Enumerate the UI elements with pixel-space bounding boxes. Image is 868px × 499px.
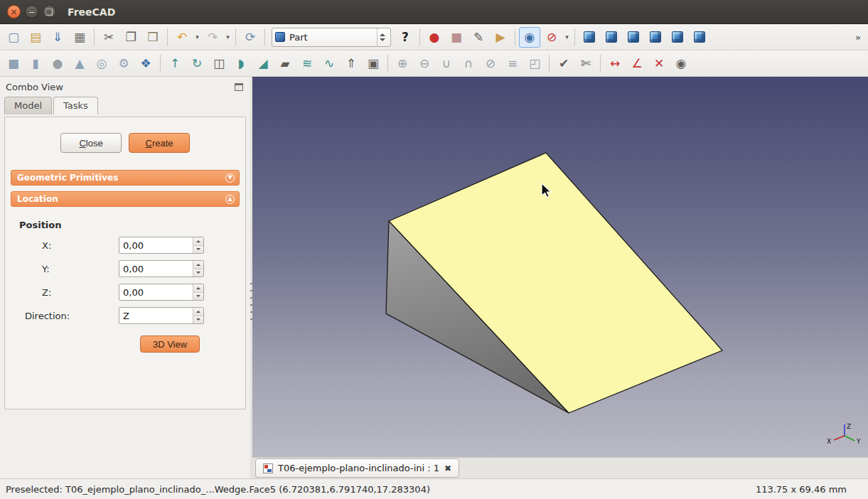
undo-icon[interactable]: ↶ xyxy=(171,27,193,48)
macro-record-icon[interactable]: ● xyxy=(424,27,445,48)
arrow-down-icon xyxy=(196,295,200,297)
macro-stop-icon[interactable]: ■ xyxy=(446,27,467,48)
boolean-union-icon[interactable]: ∪ xyxy=(436,53,457,74)
3d-viewport[interactable]: Z Y X xyxy=(252,77,868,457)
front-view-icon[interactable] xyxy=(601,27,622,48)
boolean-common-icon[interactable]: ∩ xyxy=(458,53,479,74)
close-button[interactable]: Close xyxy=(60,133,122,153)
create-primitives-icon[interactable]: ⚙ xyxy=(113,53,134,74)
make-face-icon[interactable]: ▰ xyxy=(274,53,296,74)
chevron-down-circle-icon: ▼ xyxy=(225,173,235,183)
spin-input[interactable]: 0,00 xyxy=(119,237,204,254)
axonometric-view-icon[interactable] xyxy=(579,27,600,48)
spin-down-button[interactable] xyxy=(193,293,203,301)
cross-sections-icon[interactable]: ≡ xyxy=(502,53,523,74)
freecad-document-icon xyxy=(263,463,273,473)
toolbar-separator xyxy=(549,55,550,72)
section-icon[interactable]: ⊘ xyxy=(480,53,501,74)
macro-edit-icon[interactable]: ✎ xyxy=(468,27,489,48)
panel-float-button[interactable] xyxy=(235,83,243,91)
toolbar-overflow-button[interactable]: » xyxy=(851,32,865,43)
refresh-icon[interactable]: ⟳ xyxy=(240,27,261,48)
defeaturing-icon[interactable]: ✄ xyxy=(575,53,596,74)
box-icon[interactable]: ■ xyxy=(3,53,24,74)
spin-input[interactable]: 0,00 xyxy=(119,284,204,301)
shape-builder-icon[interactable]: ❖ xyxy=(135,53,156,74)
boolean-cut-icon[interactable]: ⊖ xyxy=(414,53,435,74)
spin-down-button[interactable] xyxy=(193,246,203,254)
minimize-window-button[interactable]: − xyxy=(25,5,38,18)
close-window-button[interactable]: × xyxy=(7,5,21,18)
section-location[interactable]: Location ▲ xyxy=(11,191,240,207)
redo-dropdown-caret[interactable]: ▾ xyxy=(224,27,232,48)
arrow-down-icon xyxy=(196,272,200,274)
mirror-icon[interactable]: ◫ xyxy=(208,53,230,74)
compound-icon[interactable]: ◰ xyxy=(524,53,545,74)
check-geometry-icon[interactable]: ✔ xyxy=(553,53,574,74)
spin-input[interactable]: 0,00 xyxy=(119,260,204,277)
sweep-icon[interactable]: ∿ xyxy=(318,53,340,74)
spin-value: 0,00 xyxy=(119,264,193,274)
bottom-view-icon[interactable] xyxy=(689,27,710,48)
workbench-selected-label: Part xyxy=(289,32,373,43)
section-geometric-primitives[interactable]: Geometric Primitives ▼ xyxy=(11,170,240,186)
workbench-selector[interactable]: Part xyxy=(272,28,391,47)
maximize-window-button[interactable]: ❑ xyxy=(43,5,56,18)
position-z-field: Z: 0,00 xyxy=(25,284,245,301)
save-icon[interactable]: ⇓ xyxy=(47,27,68,48)
axis-y-label: Y xyxy=(856,438,861,445)
fillet-icon[interactable]: ◗ xyxy=(230,53,252,74)
create-button[interactable]: Create xyxy=(129,133,190,153)
toolbar-separator xyxy=(235,28,236,45)
window-title: FreeCAD xyxy=(68,6,115,18)
3d-view-button[interactable]: 3D View xyxy=(140,336,200,353)
open-file-icon[interactable]: ▤ xyxy=(25,27,46,48)
document-tab[interactable]: T06-ejemplo-plano-inclinado-ini : 1 ✖ xyxy=(255,458,459,478)
tab-model[interactable]: Model xyxy=(4,97,52,114)
sphere-icon[interactable]: ● xyxy=(47,53,68,74)
torus-icon[interactable]: ◎ xyxy=(91,53,112,74)
spin-up-button[interactable] xyxy=(193,237,203,246)
workbench-spinner[interactable] xyxy=(377,28,387,46)
fit-all-icon[interactable]: ◉ xyxy=(519,27,540,48)
tab-tasks[interactable]: Tasks xyxy=(53,97,98,114)
loft-icon[interactable]: ≋ xyxy=(296,53,318,74)
paste-icon[interactable]: ❒ xyxy=(142,27,164,48)
right-view-icon[interactable] xyxy=(645,27,666,48)
undo-dropdown-caret[interactable]: ▾ xyxy=(193,27,201,48)
measure-linear-icon[interactable]: ↔ xyxy=(604,53,626,74)
cone-icon[interactable]: ▲ xyxy=(69,53,90,74)
copy-icon[interactable]: ❐ xyxy=(120,27,141,48)
new-file-icon[interactable]: ▢ xyxy=(3,27,24,48)
thickness-icon[interactable]: ▣ xyxy=(363,53,384,74)
measure-toggle-all-icon[interactable]: ◉ xyxy=(670,53,692,74)
statusbar-dimensions-text: 113.75 x 69.46 mm xyxy=(756,484,847,495)
cut-icon[interactable]: ✂ xyxy=(98,27,119,48)
spin-down-button[interactable] xyxy=(193,269,203,277)
rear-view-icon[interactable] xyxy=(667,27,688,48)
macro-execute-icon[interactable]: ▶ xyxy=(490,27,511,48)
spin-up-button[interactable] xyxy=(193,284,203,293)
spin-up-button[interactable] xyxy=(193,308,203,316)
print-icon[interactable]: ▦ xyxy=(69,27,90,48)
cylinder-icon[interactable]: ▮ xyxy=(25,53,46,74)
axis-x-label: X xyxy=(827,438,831,445)
toolbar-separator xyxy=(387,55,388,72)
spin-down-button[interactable] xyxy=(193,316,203,324)
toolbar-separator xyxy=(94,28,95,45)
draw-style-icon[interactable]: ⊘ xyxy=(541,27,562,48)
whats-this-icon[interactable]: ? xyxy=(395,27,416,48)
measure-clear-all-icon[interactable]: ✕ xyxy=(648,53,670,74)
measure-angular-icon[interactable]: ∠ xyxy=(626,53,648,74)
draw-style-dropdown-caret[interactable]: ▾ xyxy=(563,27,571,48)
extrude-icon[interactable]: ↑ xyxy=(164,53,186,74)
offset-icon[interactable]: ⇑ xyxy=(341,53,362,74)
redo-icon[interactable]: ↷ xyxy=(202,27,223,48)
revolve-icon[interactable]: ↻ xyxy=(186,53,208,74)
close-tab-icon[interactable]: ✖ xyxy=(444,463,451,473)
spin-up-button[interactable] xyxy=(193,261,203,269)
chamfer-icon[interactable]: ◢ xyxy=(252,53,274,74)
boolean-icon[interactable]: ⊕ xyxy=(392,53,413,74)
top-view-icon[interactable] xyxy=(623,27,644,48)
direction-select[interactable]: Z xyxy=(119,307,204,324)
